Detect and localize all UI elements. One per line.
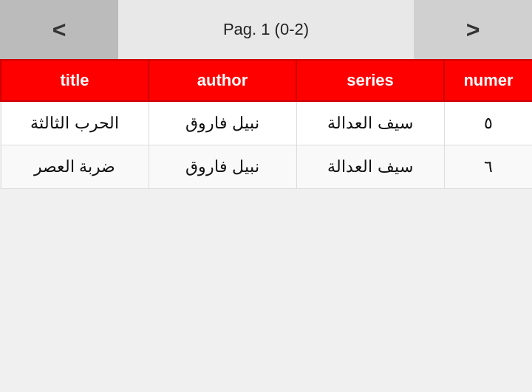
navigation-bar: < Pag. 1 (0-2) > [0,0,532,59]
header-number: numer [444,60,532,101]
cell-number: ٦ [444,145,532,189]
header-title: title [1,60,149,101]
data-table: title author series numer الحرب الثالثةن… [0,59,532,189]
cell-author: نبيل فاروق [149,145,296,189]
page-indicator: Pag. 1 (0-2) [223,20,309,39]
table-row: ضربة العصرنبيل فاروقسيف العدالة٦ [1,145,532,189]
cell-series: سيف العدالة [296,101,444,145]
next-button[interactable]: > [414,0,532,59]
cell-number: ٥ [444,101,532,145]
cell-author: نبيل فاروق [149,101,296,145]
cell-title: ضربة العصر [1,145,149,189]
table-header-row: title author series numer [1,60,532,101]
cell-series: سيف العدالة [296,145,444,189]
cell-title: الحرب الثالثة [1,101,149,145]
header-author: author [149,60,296,101]
header-series: series [296,60,444,101]
prev-button[interactable]: < [0,0,118,59]
table-row: الحرب الثالثةنبيل فاروقسيف العدالة٥ [1,101,532,145]
